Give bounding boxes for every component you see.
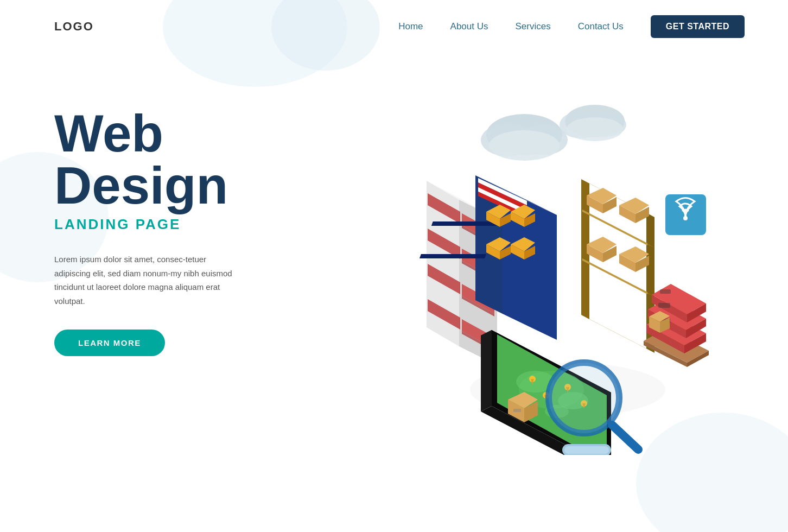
nav-about[interactable]: About Us [450,21,488,32]
nav-contact[interactable]: Contact Us [578,21,624,32]
svg-point-3 [489,130,560,161]
headline-web: Web [54,107,271,160]
description: Lorem ipsum dolor sit amet, consec-tetue… [54,252,239,308]
illustration-section [271,75,745,455]
main-content: Web Design LANDING PAGE Lorem ipsum dolo… [0,53,788,531]
svg-rect-81 [660,289,671,294]
nav-services[interactable]: Services [516,21,551,32]
svg-rect-109 [564,446,609,454]
header: LOGO Home About Us Services Contact Us G… [0,0,788,53]
subheadline: LANDING PAGE [54,216,271,233]
svg-marker-48 [581,315,654,353]
headline-design: Design [54,160,271,212]
svg-line-103 [612,425,638,449]
logo: LOGO [54,20,94,34]
learn-more-button[interactable]: LEARN MORE [54,330,165,356]
svg-point-66 [683,216,688,220]
isometric-illustration [271,75,745,455]
svg-rect-31 [431,221,498,226]
navigation: Home About Us Services Contact Us GET ST… [398,15,745,38]
svg-rect-107 [513,409,521,412]
svg-point-7 [567,117,623,141]
svg-marker-84 [481,330,492,411]
nav-home[interactable]: Home [398,21,423,32]
get-started-button[interactable]: GET STARTED [651,15,745,38]
left-section: Web Design LANDING PAGE Lorem ipsum dolo… [54,75,271,356]
svg-rect-80 [658,303,670,308]
svg-rect-38 [420,254,486,258]
